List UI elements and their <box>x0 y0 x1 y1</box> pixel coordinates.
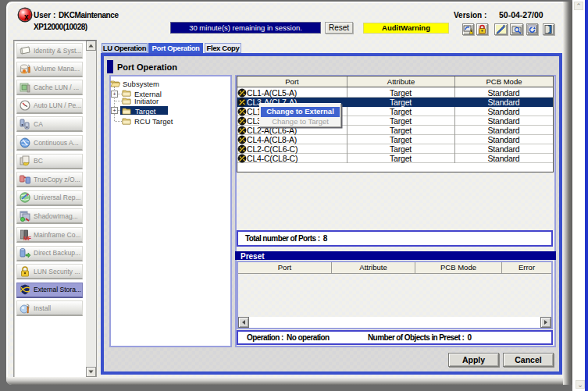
svg-text:MF: MF <box>23 236 31 241</box>
